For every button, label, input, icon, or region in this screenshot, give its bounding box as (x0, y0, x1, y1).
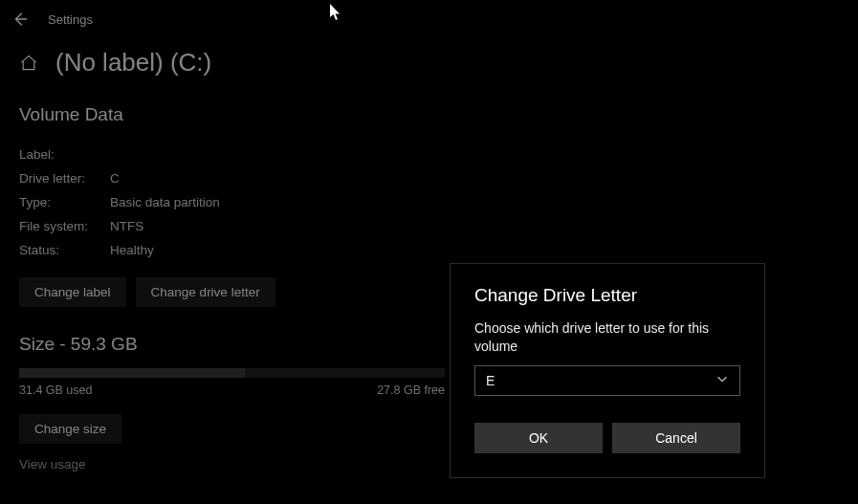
change-label-button[interactable]: Change label (19, 277, 126, 307)
dialog-title: Change Drive Letter (474, 285, 740, 306)
back-button[interactable] (11, 11, 29, 28)
drive-letter-select[interactable]: E (474, 365, 740, 396)
volume-data-table: Label:Drive letter:CType:Basic data part… (19, 142, 839, 262)
dialog-text: Choose which drive letter to use for thi… (474, 319, 740, 356)
chevron-down-icon (715, 372, 729, 389)
size-bar-fill (19, 368, 245, 378)
kv-row: Label: (19, 142, 839, 166)
ok-button[interactable]: OK (474, 423, 603, 453)
kv-row: Type:Basic data partition (19, 190, 839, 214)
change-size-button[interactable]: Change size (19, 414, 121, 444)
size-bar (19, 368, 445, 378)
kv-key: Label: (19, 142, 110, 166)
kv-row: Drive letter:C (19, 166, 839, 190)
drive-letter-value: E (486, 373, 495, 388)
change-drive-letter-dialog: Change Drive Letter Choose which drive l… (450, 263, 765, 478)
kv-row: Status:Healthy (19, 238, 839, 262)
kv-value: C (110, 166, 120, 190)
volume-data-heading: Volume Data (19, 104, 839, 125)
kv-key: Status: (19, 238, 110, 262)
kv-value: Healthy (110, 238, 154, 262)
size-free-label: 27.8 GB free (377, 383, 445, 397)
page-title: (No label) (C:) (55, 48, 211, 77)
kv-value: Basic data partition (110, 190, 220, 214)
kv-key: File system: (19, 214, 110, 238)
kv-key: Drive letter: (19, 166, 110, 190)
kv-row: File system:NTFS (19, 214, 839, 238)
change-drive-letter-button[interactable]: Change drive letter (136, 277, 275, 307)
kv-value: NTFS (110, 214, 143, 238)
window-title: Settings (48, 12, 93, 27)
home-icon[interactable] (19, 54, 38, 73)
kv-key: Type: (19, 190, 110, 214)
size-used-label: 31.4 GB used (19, 383, 92, 397)
cancel-button[interactable]: Cancel (612, 423, 740, 453)
